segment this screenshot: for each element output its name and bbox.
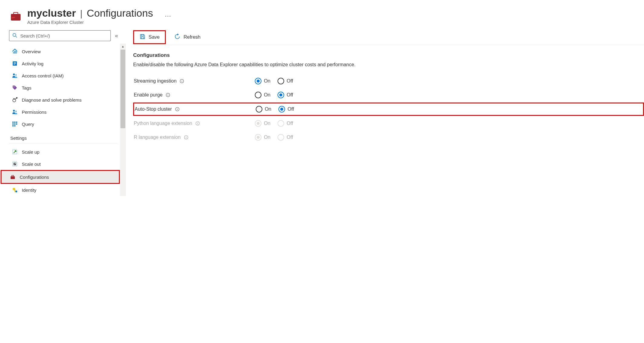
- radio-indicator: [255, 78, 261, 84]
- radio-on: On: [255, 134, 270, 141]
- config-row-streaming-ingestion: Streaming ingestion On Off: [133, 74, 644, 88]
- diagnose-icon: [12, 97, 18, 103]
- save-button-label: Save: [149, 34, 159, 40]
- svg-line-5: [16, 36, 17, 38]
- save-button[interactable]: Save: [133, 30, 166, 44]
- sidebar-item-scale-up[interactable]: Scale up: [9, 146, 120, 158]
- radio-off: Off: [278, 134, 293, 141]
- sidebar-collapse-button[interactable]: «: [113, 31, 120, 41]
- svg-point-53: [186, 136, 186, 136]
- resource-title: mycluster: [27, 7, 76, 19]
- sidebar-item-diagnose[interactable]: Diagnose and solve problems: [9, 94, 120, 106]
- svg-rect-11: [14, 63, 16, 64]
- radio-label-on: On: [264, 135, 270, 140]
- svg-rect-6: [13, 52, 14, 54]
- radio-label-on: On: [264, 121, 270, 126]
- scale-up-icon: [12, 149, 18, 155]
- refresh-button[interactable]: Refresh: [170, 31, 205, 44]
- identity-icon: [12, 187, 18, 193]
- tags-icon: [12, 85, 18, 90]
- info-icon[interactable]: [195, 121, 200, 126]
- save-icon: [140, 34, 146, 41]
- radio-group: On Off: [256, 106, 294, 113]
- sidebar-item-query[interactable]: Query: [9, 118, 120, 130]
- radio-indicator: [256, 106, 262, 113]
- svg-point-13: [13, 74, 15, 75]
- access-control-icon: [12, 73, 18, 78]
- radio-label-off: Off: [288, 106, 294, 112]
- svg-rect-33: [12, 176, 14, 176]
- permissions-icon: [12, 109, 18, 115]
- radio-group: On Off: [255, 134, 293, 141]
- sidebar-item-label: Diagnose and solve problems: [22, 97, 82, 103]
- more-actions-button[interactable]: …: [165, 11, 171, 18]
- radio-off[interactable]: Off: [278, 78, 293, 84]
- page-title: Configurations: [87, 7, 153, 19]
- svg-point-47: [177, 108, 177, 108]
- svg-rect-21: [14, 122, 15, 123]
- svg-point-41: [182, 80, 182, 80]
- radio-indicator: [278, 92, 284, 98]
- sidebar-item-identity[interactable]: Identity: [9, 184, 120, 196]
- search-input[interactable]: [20, 33, 107, 38]
- radio-on[interactable]: On: [255, 78, 270, 84]
- sidebar-item-tags[interactable]: Tags: [9, 82, 120, 94]
- svg-rect-23: [12, 123, 14, 125]
- sidebar-item-scale-out[interactable]: Scale out: [9, 158, 120, 170]
- radio-label-on: On: [264, 78, 270, 84]
- svg-point-18: [13, 110, 15, 112]
- radio-group: On Off: [255, 120, 293, 127]
- scroll-up-icon[interactable]: ▲: [120, 44, 126, 49]
- svg-rect-10: [14, 62, 16, 63]
- svg-rect-7: [15, 51, 15, 54]
- info-icon[interactable]: [179, 79, 184, 83]
- sidebar-item-permissions[interactable]: Permissions: [9, 106, 120, 118]
- scrollbar-thumb[interactable]: [120, 50, 125, 128]
- radio-group: On Off: [255, 92, 293, 98]
- sidebar-item-label: Scale out: [22, 162, 41, 167]
- resource-icon: [9, 9, 22, 22]
- sidebar-item-overview[interactable]: Overview: [9, 45, 120, 57]
- sidebar-item-label: Configurations: [20, 175, 49, 180]
- radio-indicator: [278, 134, 284, 141]
- sidebar-item-label: Query: [22, 122, 34, 127]
- sidebar-item-label: Activity log: [22, 61, 44, 66]
- radio-on[interactable]: On: [256, 106, 271, 113]
- info-icon[interactable]: [184, 135, 189, 140]
- sidebar-item-label: Access control (IAM): [22, 73, 64, 78]
- sidebar-scrollbar[interactable]: ▲: [120, 44, 126, 196]
- svg-point-36: [15, 191, 17, 192]
- config-row-python-ext: Python language extension On Off: [133, 116, 644, 130]
- sidebar-item-label: Permissions: [22, 109, 47, 115]
- svg-rect-8: [16, 50, 17, 54]
- svg-point-44: [168, 94, 168, 94]
- svg-rect-22: [16, 122, 17, 123]
- query-icon: [12, 121, 18, 127]
- sidebar: « ▲ Overview: [0, 30, 120, 196]
- config-label: R language extension: [134, 135, 181, 140]
- info-icon[interactable]: [175, 107, 180, 112]
- sidebar-item-activity-log[interactable]: Activity log: [9, 57, 120, 70]
- config-form: Streaming ingestion On Off: [133, 74, 644, 144]
- sidebar-item-access-control[interactable]: Access control (IAM): [9, 70, 120, 82]
- info-icon[interactable]: [166, 93, 170, 97]
- radio-off[interactable]: Off: [278, 92, 293, 98]
- sidebar-item-configurations[interactable]: Configurations: [1, 170, 120, 184]
- svg-point-15: [14, 87, 15, 87]
- radio-off[interactable]: Off: [278, 106, 294, 113]
- config-label: Streaming ingestion: [134, 78, 176, 84]
- svg-rect-24: [14, 123, 15, 125]
- radio-label-on: On: [264, 92, 270, 98]
- svg-rect-26: [12, 125, 14, 126]
- radio-indicator: [255, 92, 261, 98]
- radio-on: On: [255, 120, 270, 127]
- configurations-icon: [10, 174, 15, 180]
- radio-indicator: [278, 106, 285, 113]
- radio-on[interactable]: On: [255, 92, 270, 98]
- search-input-wrapper[interactable]: [9, 30, 111, 41]
- svg-rect-2: [14, 13, 18, 14]
- toolbar: Save Refresh: [133, 30, 644, 45]
- svg-rect-20: [12, 122, 14, 123]
- sidebar-item-label: Scale up: [22, 149, 39, 155]
- nav-main-list: Overview Activity log Access control (IA…: [9, 44, 120, 130]
